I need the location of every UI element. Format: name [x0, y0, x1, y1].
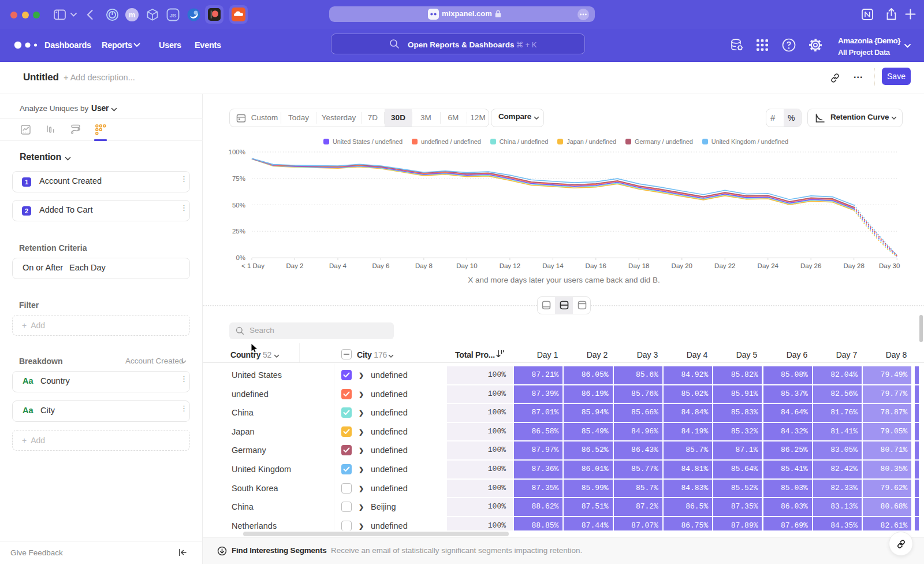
svg-text:JS: JS — [170, 12, 177, 18]
